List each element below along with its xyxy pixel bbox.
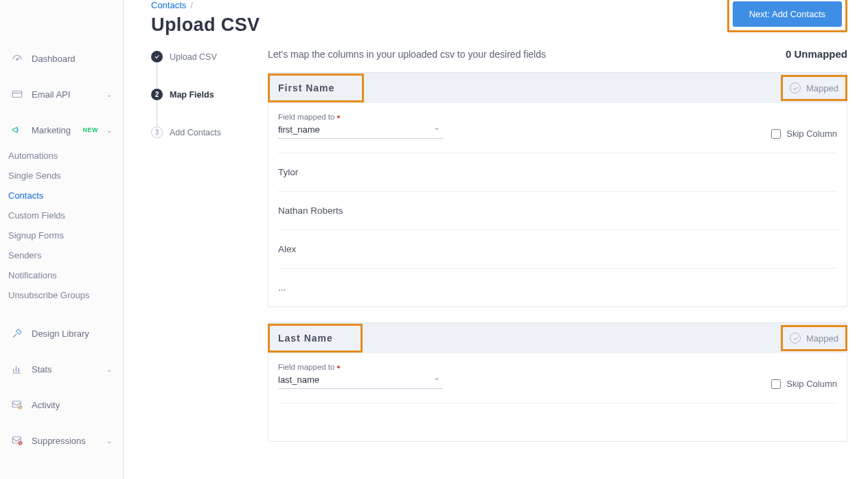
sample-value [278, 403, 837, 441]
nav-stats[interactable]: Stats ⌄ [0, 357, 123, 381]
chevron-down-icon: ⌄ [106, 366, 112, 373]
nav-activity[interactable]: Activity [0, 393, 123, 416]
step-add-contacts[interactable]: 3 Add Contacts [151, 126, 240, 138]
skip-label: Skip Column [786, 379, 837, 389]
nav-label: Marketing [32, 125, 73, 135]
column-card-last-name: Last Name Mapped Field mapped to [268, 322, 847, 442]
required-dot-icon [337, 366, 340, 368]
breadcrumb-sep: / [190, 0, 193, 10]
chevron-down-icon: ⌄ [106, 126, 112, 134]
subnav-custom-fields[interactable]: Custom Fields [8, 205, 123, 225]
step-number-icon: 2 [151, 89, 163, 100]
sidebar: Dashboard Email API ⌄ Marketing NEW ⌄ Au… [0, 0, 124, 479]
design-icon [11, 327, 23, 339]
card-header: Last Name Mapped [269, 323, 847, 353]
check-circle-icon [790, 82, 801, 93]
sample-value: Nathan Roberts [278, 191, 837, 230]
field-mapped-to-select[interactable]: last_name [278, 371, 443, 389]
column-name: First Name [278, 82, 334, 93]
step-label: Upload CSV [170, 52, 217, 62]
field-mapped-to-label: Field mapped to [278, 113, 443, 121]
chevron-down-icon: ⌄ [106, 91, 112, 98]
megaphone-icon [11, 124, 23, 136]
new-badge: NEW [83, 126, 99, 133]
subnav-single-sends[interactable]: Single Sends [8, 166, 123, 186]
field-mapped-to-select[interactable]: first_name [278, 121, 443, 139]
subnav-automations[interactable]: Automations [8, 146, 123, 166]
card-icon [11, 88, 23, 100]
svg-rect-4 [12, 437, 21, 443]
step-map-fields[interactable]: 2 Map Fields [151, 89, 240, 126]
step-label: Add Contacts [170, 128, 221, 137]
next-add-contacts-button[interactable]: Next: Add Contacts [733, 1, 842, 27]
column-name: Last Name [278, 333, 333, 344]
nav-label: Stats [32, 364, 98, 375]
subnav-signup-forms[interactable]: Signup Forms [8, 225, 123, 245]
nav-dashboard[interactable]: Dashboard [0, 47, 123, 70]
subnav-unsubscribe-groups[interactable]: Unsubscribe Groups [8, 285, 123, 305]
svg-rect-1 [12, 91, 22, 98]
nav-label: Activity [32, 400, 112, 410]
sample-value: Alex [278, 230, 837, 268]
highlight-mapped-badge: Mapped [781, 325, 847, 351]
nav-suppressions[interactable]: Suppressions ⌄ [0, 429, 123, 452]
nav-label: Email API [32, 89, 98, 100]
skip-label: Skip Column [786, 129, 837, 139]
main-content: Contacts / Upload CSV Next: Add Contacts… [124, 0, 868, 479]
sample-value: Tylor [278, 153, 837, 191]
suppression-icon [11, 434, 23, 447]
skip-column-input[interactable] [771, 379, 781, 389]
subnav-senders[interactable]: Senders [8, 245, 123, 265]
skip-column-input[interactable] [771, 129, 781, 139]
highlight-column-name: First Name [268, 74, 364, 102]
skip-column-checkbox[interactable]: Skip Column [771, 379, 837, 389]
mapped-label: Mapped [806, 333, 838, 344]
wizard-stepper: Upload CSV 2 Map Fields 3 Add Contacts [151, 48, 240, 457]
step-number-icon: 3 [151, 126, 163, 138]
breadcrumb-contacts[interactable]: Contacts [151, 0, 186, 10]
highlight-column-name: Last Name [268, 324, 363, 353]
sample-value: ... [278, 268, 837, 307]
nav-label: Suppressions [32, 436, 98, 446]
page-title: Upload CSV [151, 14, 260, 36]
subnav-contacts[interactable]: Contacts [8, 186, 123, 205]
chevron-down-icon: ⌄ [106, 437, 112, 445]
nav-label: Design Library [32, 328, 112, 339]
marketing-subnav: Automations Single Sends Contacts Custom… [0, 142, 123, 309]
mapping-intro-text: Let's map the columns in your uploaded c… [268, 49, 546, 60]
nav-email-api[interactable]: Email API ⌄ [0, 82, 123, 106]
activity-icon [11, 399, 23, 411]
nav-marketing[interactable]: Marketing NEW ⌄ [0, 118, 123, 142]
breadcrumb: Contacts / [151, 0, 260, 10]
gauge-icon [11, 52, 23, 65]
column-card-first-name: First Name Mapped Field mapped to [268, 72, 847, 307]
check-circle-icon [790, 333, 801, 344]
unmapped-count: 0 Unmapped [786, 48, 847, 60]
check-icon [151, 51, 163, 63]
mapping-area: Let's map the columns in your uploaded c… [268, 48, 847, 457]
nav-label: Dashboard [32, 54, 112, 64]
field-mapped-to-label: Field mapped to [278, 363, 443, 371]
required-dot-icon [337, 115, 340, 118]
subnav-notifications[interactable]: Notifications [8, 265, 123, 285]
step-label: Map Fields [170, 90, 214, 100]
skip-column-checkbox[interactable]: Skip Column [771, 129, 837, 139]
step-upload-csv[interactable]: Upload CSV [151, 51, 240, 89]
nav-design-library[interactable]: Design Library [0, 322, 123, 345]
stats-icon [11, 363, 23, 375]
highlight-mapped-badge: Mapped [781, 75, 847, 101]
card-header: First Name Mapped [269, 73, 847, 103]
mapped-label: Mapped [806, 83, 838, 93]
highlight-next-button: Next: Add Contacts [727, 0, 847, 32]
